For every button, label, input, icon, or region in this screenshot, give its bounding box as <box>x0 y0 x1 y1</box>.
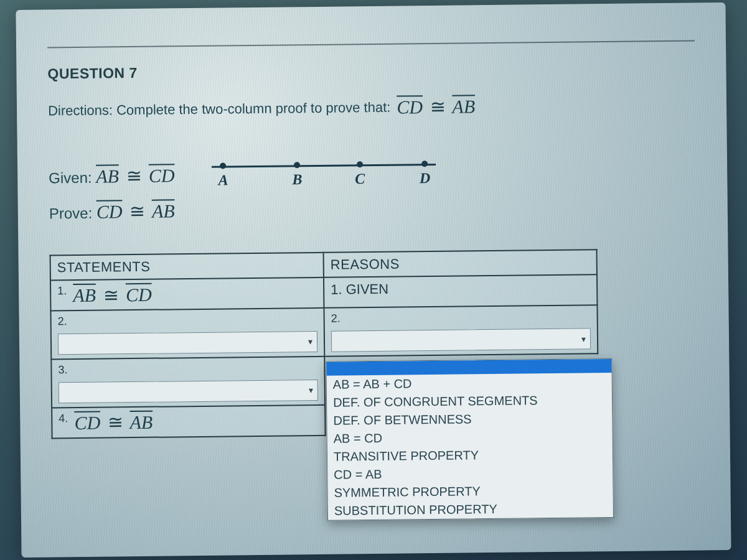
reason-cell-2: 2. ▾ <box>324 305 598 357</box>
point-d-dot <box>421 161 428 167</box>
table-row: 2. ▾ 2. ▾ <box>50 305 598 359</box>
directions-text: Directions: Complete the two-column proo… <box>48 99 391 119</box>
reason-cell-1: 1. GIVEN <box>324 274 597 308</box>
given-line: Given: AB ≅ CD <box>49 157 175 194</box>
prove-seg-cd: CD <box>96 201 123 222</box>
statement-3-select[interactable] <box>59 380 318 403</box>
worksheet-page: QUESTION 7 Directions: Complete the two-… <box>16 2 731 558</box>
given-label: Given: <box>49 169 92 187</box>
question-label: QUESTION 7 <box>47 59 695 83</box>
statement-3-dropdown[interactable]: ▾ <box>59 380 318 403</box>
stmt4-seg-cd: CD <box>74 413 100 433</box>
stmt1-seg-ab: AB <box>73 285 96 306</box>
given-prove-row: Given: AB ≅ CD Prove: CD ≅ AB A <box>49 152 697 230</box>
point-b-dot <box>294 162 300 168</box>
reason-2-dropdown-listbox[interactable]: AB = AB + CD DEF. OF CONGRUENT SEGMENTS … <box>326 358 614 521</box>
directions-expression: CD ≅ AB <box>397 95 475 118</box>
proof-table-wrap: STATEMENTS REASONS 1. AB ≅ CD 1. GIVEN 2… <box>50 249 599 439</box>
reason-2-dropdown[interactable]: ▾ <box>331 328 591 352</box>
statement-cell-3: 3. ▾ <box>51 357 325 408</box>
given-prove-block: Given: AB ≅ CD Prove: CD ≅ AB <box>49 157 176 230</box>
statement-1-expression: AB ≅ CD <box>73 284 152 306</box>
point-c-label: C <box>355 170 365 187</box>
statements-header: STATEMENTS <box>50 253 324 281</box>
row-number: 2. <box>331 312 341 325</box>
point-c-dot <box>357 161 363 167</box>
statement-2-select[interactable] <box>58 331 317 355</box>
prove-label: Prove: <box>49 205 93 222</box>
number-line-axis <box>212 164 436 168</box>
statement-cell-2: 2. ▾ <box>50 308 324 360</box>
dropdown-option[interactable]: SUBSTITUTION PROPERTY <box>328 499 613 520</box>
given-seg-cd: CD <box>149 165 175 185</box>
row-number: 2. <box>58 315 67 327</box>
congruent-symbol: ≅ <box>103 284 118 305</box>
stmt4-seg-ab: AB <box>129 412 153 432</box>
reason-2-select[interactable] <box>331 328 591 352</box>
prove-line: Prove: CD ≅ AB <box>49 193 176 230</box>
congruent-symbol: ≅ <box>126 166 141 186</box>
top-rule <box>47 40 695 49</box>
given-expression: AB ≅ CD <box>96 165 175 186</box>
point-d-label: D <box>420 170 431 187</box>
statement-2-dropdown[interactable]: ▾ <box>58 331 317 355</box>
row-number: 4. <box>59 412 68 424</box>
statement-cell-4: 4. CD ≅ AB <box>52 405 325 439</box>
congruent-symbol: ≅ <box>108 412 123 432</box>
statement-4-expression: CD ≅ AB <box>74 412 153 433</box>
prove-seg-ab: AB <box>152 200 175 221</box>
prove-expression: CD ≅ AB <box>96 200 175 222</box>
point-a-label: A <box>218 172 228 189</box>
point-b-label: B <box>292 171 302 188</box>
number-line-figure: A B C D <box>212 160 436 187</box>
statement-cell-1: 1. AB ≅ CD <box>50 278 324 311</box>
congruent-symbol: ≅ <box>430 96 445 117</box>
reasons-header: REASONS <box>324 250 597 278</box>
row-number: 1. <box>57 284 67 297</box>
directions-line: Directions: Complete the two-column proo… <box>48 93 695 122</box>
stmt1-seg-cd: CD <box>126 284 152 305</box>
seg-ab: AB <box>452 96 475 116</box>
row-number: 3. <box>58 363 67 376</box>
congruent-symbol: ≅ <box>129 201 145 222</box>
seg-cd: CD <box>397 96 423 117</box>
point-a-dot <box>220 162 226 169</box>
given-seg-ab: AB <box>96 166 119 186</box>
